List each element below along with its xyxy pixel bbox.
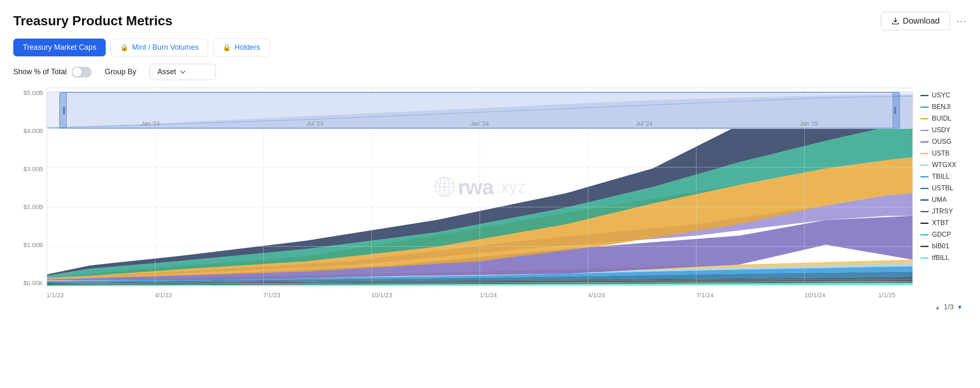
legend-label-usyc: USYC [932,92,950,99]
show-pct-toggle-group: Show % of Total [13,67,92,78]
tab-holders[interactable]: 🔒 Holders [213,39,269,56]
legend-color-tfbill [920,257,929,259]
download-icon [891,17,900,25]
legend-color-xtbt [920,223,929,224]
legend-color-usdy [920,130,929,131]
y-label-2: $2.00B [23,203,43,210]
legend-color-tbill [920,176,929,177]
minimap: ▐ ▌ Jan '23 Jul '23 Jan '24 Jul '24 Jan … [46,92,913,129]
legend-label-buidl: BUIDL [932,115,951,122]
minimap-label-2: Jan '24 [471,120,489,127]
legend-item-buidl: BUIDL [920,115,967,122]
x-label-2: 7/1/23 [263,291,281,298]
minimap-label-3: Jul '24 [636,120,653,127]
legend-label-ustb: USTB [932,150,950,157]
pagination-next[interactable]: ▼ [957,304,963,310]
x-label-4: 1/1/24 [480,291,497,298]
x-label-8: 1/1/25 [878,291,895,298]
minimap-x-labels: Jan '23 Jul '23 Jan '24 Jul '24 Jan '25 [47,120,912,127]
chart-main: $5.00B $4.00B $3.00B $2.00B $1.00B $0.00… [13,87,913,311]
legend-item-gdcp: GDCP [920,231,967,238]
tab-treasury-market-caps[interactable]: Treasury Market Caps [13,39,106,56]
legend-item-tbill: TBILL [920,173,967,180]
legend-label-uma: UMA [932,196,947,204]
more-options-button[interactable]: ··· [957,16,967,27]
y-label-0: $0.00K [23,279,43,286]
legend-item-tfbill: tfBILL [920,254,967,262]
legend-color-jtrsy [920,211,929,212]
legend-label-xtbt: XTBT [932,219,949,227]
tab-mint-burn-volumes[interactable]: 🔒 Mint / Burn Volumes [111,39,208,56]
legend-label-tfbill: tfBILL [932,254,949,262]
legend-label-ustbl: USTBL [932,184,953,192]
legend-item-wtgxx: WTGXX [920,161,967,169]
x-label-3: 10/1/23 [371,291,392,298]
show-pct-label: Show % of Total [13,68,67,76]
header-actions: Download ··· [881,12,967,30]
y-label-1: $1.00B [23,241,43,248]
x-label-0: 1/1/23 [46,291,64,298]
controls-row: Show % of Total Group By Asset [13,64,967,80]
legend-color-bib01 [920,246,929,247]
group-by-label: Group By [105,68,136,76]
header-row: Treasury Product Metrics Download ··· [13,12,967,30]
y-axis: $5.00B $4.00B $3.00B $2.00B $1.00B $0.00… [13,87,46,286]
legend-item-ustbl: USTBL [920,184,967,192]
legend-label-tbill: TBILL [932,173,950,180]
legend-label-bib01: bIB01 [932,243,949,250]
legend-label-gdcp: GDCP [932,231,951,238]
lock-icon-holders: 🔒 [223,44,231,51]
legend-color-buidl [920,118,929,119]
legend-color-ustbl [920,188,929,189]
x-label-7: 10/1/24 [805,291,825,298]
legend-item-ousg: OUSG [920,138,967,146]
pagination-row: ▲ 1/3 ▼ [920,296,967,311]
tabs-row: Treasury Market Caps 🔒 Mint / Burn Volum… [13,39,967,56]
minimap-label-4: Jan '25 [800,120,818,127]
legend-item-benji: BENJI [920,103,967,111]
grid-line-bottom [47,286,912,286]
legend-item-usyc: USYC [920,92,967,99]
y-label-5: $5.00B [23,89,43,96]
legend-color-benji [920,107,929,108]
legend-color-ustb [920,153,929,154]
chevron-down-icon [180,69,186,75]
x-label-1: 4/1/23 [155,291,172,298]
chart-legend: USYC BENJI BUIDL USDY OUSG USTB [913,87,967,311]
legend-item-xtbt: XTBT [920,219,967,227]
show-pct-toggle[interactable] [72,67,92,78]
legend-label-usdy: USDY [932,126,950,134]
legend-item-bib01: bIB01 [920,243,967,250]
page-title: Treasury Product Metrics [13,13,172,29]
legend-label-jtrsy: JTRSY [932,208,953,215]
y-label-4: $4.00B [23,127,43,134]
minimap-label-0: Jan '23 [141,120,160,127]
legend-color-wtgxx [920,165,929,166]
legend-color-ousg [920,141,929,143]
legend-label-benji: BENJI [932,103,951,111]
legend-label-wtgxx: WTGXX [932,161,956,169]
download-button[interactable]: Download [881,12,950,30]
x-label-6: 7/1/24 [696,291,714,298]
legend-color-gdcp [920,234,929,235]
x-label-5: 4/1/24 [588,291,605,298]
minimap-label-1: Jul '23 [307,120,323,127]
pagination-prev[interactable]: ▲ [935,304,941,310]
x-axis: 1/1/23 4/1/23 7/1/23 10/1/23 1/1/24 4/1/… [46,288,913,311]
group-by-select[interactable]: Asset [150,64,216,80]
legend-label-ousg: OUSG [932,138,951,146]
legend-item-ustb: USTB [920,150,967,157]
y-label-3: $3.00B [23,165,43,172]
legend-color-uma [920,199,929,201]
legend-color-usyc [920,95,929,96]
lock-icon-mint: 🔒 [120,44,129,51]
chart-area: $5.00B $4.00B $3.00B $2.00B $1.00B $0.00… [13,87,967,311]
legend-item-jtrsy: JTRSY [920,208,967,215]
legend-item-usdy: USDY [920,126,967,134]
legend-item-uma: UMA [920,196,967,204]
pagination-current: 1/3 [944,303,954,311]
